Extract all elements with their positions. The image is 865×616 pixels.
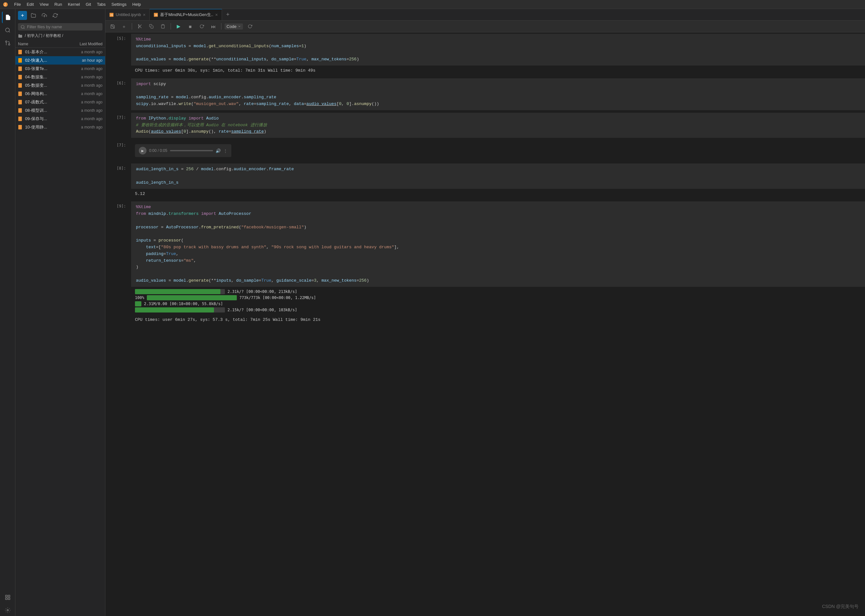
cell-7-output: [7]: ▶ 0:00 / 0:05 🔊 ⋮ <box>105 139 865 162</box>
audio-player[interactable]: ▶ 0:00 / 0:05 🔊 ⋮ <box>135 144 231 157</box>
menu-run[interactable]: Run <box>52 1 64 7</box>
svg-point-11 <box>7 610 8 611</box>
list-item[interactable]: 07-函数式... a month ago <box>16 98 105 106</box>
cell-9-body[interactable]: %%time from mindnlp.transformers import … <box>131 201 865 325</box>
list-item[interactable]: 04-数据集... a month ago <box>16 73 105 81</box>
file-icon <box>18 125 23 130</box>
menu-kernel[interactable]: Kernel <box>65 1 83 7</box>
cut-button[interactable] <box>135 22 144 31</box>
tab-musicgen[interactable]: nb 基于MindNLP+MusicGen生.. × <box>150 9 222 20</box>
list-item[interactable]: 06-网络构... a month ago <box>16 90 105 98</box>
progress-bar-4 <box>135 307 225 313</box>
progress-fill-3 <box>135 301 142 306</box>
progress-bar-3 <box>135 301 142 306</box>
progress-text-4: 2.15k/? [00:00<00:00, 103kB/s] <box>228 308 297 312</box>
paste-button[interactable] <box>159 22 167 31</box>
cell-6-body[interactable]: import scipy sampling_rate = model.confi… <box>131 79 865 110</box>
file-date: a month ago <box>81 66 102 71</box>
cell-8-body[interactable]: audio_length_in_s = 256 / model.config.a… <box>131 163 865 199</box>
file-search-input[interactable] <box>27 24 100 29</box>
cell-8-output: 5.12 <box>131 189 865 199</box>
run-button[interactable]: ▶ <box>174 22 183 31</box>
progress-row-2: 100% 773k/773k [00:00<00:00, 1.22MB/s] <box>135 295 861 300</box>
progress-row-3: 2.31M/0.00 [00:18<00:00, 55.8kB/s] <box>135 301 861 306</box>
play-button[interactable]: ▶ <box>139 147 146 154</box>
menu-help[interactable]: Help <box>130 1 144 7</box>
volume-icon[interactable]: 🔊 <box>215 148 221 153</box>
tab-close-untitled[interactable]: × <box>143 12 146 17</box>
new-tab-button[interactable]: + <box>222 9 234 20</box>
refresh-icon[interactable] <box>51 11 60 20</box>
file-name: 02-快速入... <box>25 58 80 63</box>
upload-icon[interactable] <box>40 11 49 20</box>
list-item[interactable]: 05-数据变... a month ago <box>16 81 105 90</box>
tab-close-musicgen[interactable]: × <box>215 12 218 17</box>
cell-type-selector[interactable]: Code <box>225 24 243 30</box>
sidebar-extensions-icon[interactable] <box>2 592 14 603</box>
open-folder-icon[interactable] <box>29 11 38 20</box>
svg-point-31 <box>138 28 139 28</box>
sidebar-git-icon[interactable] <box>2 37 14 49</box>
svg-point-4 <box>8 44 10 45</box>
list-item[interactable]: 01-基本介... a month ago <box>16 48 105 56</box>
progress-text-1: 2.31k/? [00:00<00:00, 213kB/s] <box>228 289 297 294</box>
tab-untitled-label: Untitled.ipynb <box>116 12 141 17</box>
progress-fill-2 <box>147 295 237 300</box>
svg-rect-22 <box>18 91 22 96</box>
menu-edit[interactable]: Edit <box>24 1 36 7</box>
cell-9-number: [9]: <box>105 201 131 325</box>
time-display: 0:00 / 0:05 <box>149 148 167 153</box>
copy-button[interactable] <box>147 22 156 31</box>
sidebar-settings-icon[interactable] <box>2 605 14 616</box>
cell-6-number: [6]: <box>105 79 131 110</box>
sidebar-files-icon[interactable] <box>2 11 14 23</box>
cell-9: [9]: %%time from mindnlp.transformers im… <box>105 200 865 326</box>
cell-6-code[interactable]: import scipy sampling_rate = model.confi… <box>131 79 865 110</box>
menu-view[interactable]: View <box>37 1 51 7</box>
menu-file[interactable]: File <box>11 1 24 7</box>
svg-rect-18 <box>18 58 22 63</box>
svg-rect-36 <box>151 26 153 28</box>
list-item[interactable]: 08-模型训... a month ago <box>16 106 105 115</box>
list-item[interactable]: 02-快速入... an hour ago <box>16 56 105 64</box>
progress-fill-1 <box>135 289 220 294</box>
kernel-status-button[interactable] <box>245 22 255 31</box>
save-button[interactable] <box>108 22 117 31</box>
menu-tabs[interactable]: Tabs <box>94 1 108 7</box>
app-logo: J <box>3 2 8 7</box>
svg-rect-7 <box>5 595 7 597</box>
svg-rect-23 <box>18 100 22 104</box>
fast-forward-button[interactable]: ⏭ <box>209 22 218 31</box>
cell-8-code[interactable]: audio_length_in_s = 256 / model.config.a… <box>131 163 865 189</box>
notebook-toolbar: + ▶ ■ ⏭ Code <box>105 20 865 33</box>
file-date: a month ago <box>81 116 102 121</box>
add-cell-button[interactable]: + <box>120 22 129 31</box>
progress-percent-2: 100% <box>135 295 144 300</box>
menu-settings[interactable]: Settings <box>109 1 129 7</box>
file-search-box[interactable] <box>18 23 102 30</box>
list-item[interactable]: 10-使用静... a month ago <box>16 123 105 131</box>
restart-button[interactable] <box>197 22 206 31</box>
more-options-icon[interactable]: ⋮ <box>223 148 228 153</box>
list-item[interactable]: 09-保存与... a month ago <box>16 115 105 123</box>
sidebar-search-icon[interactable] <box>2 24 14 36</box>
audio-progress-track[interactable] <box>170 150 213 151</box>
cell-7-body[interactable]: from IPython.display import Audio # 要收听生… <box>131 113 865 138</box>
file-icon <box>18 83 23 88</box>
list-item[interactable]: 03-张量Te... a month ago <box>16 64 105 73</box>
cell-5-code[interactable]: %%time unconditional_inputs = model.get_… <box>131 34 865 66</box>
new-file-button[interactable] <box>18 11 27 20</box>
notebook-icon: nb <box>109 13 114 17</box>
svg-point-32 <box>138 24 139 25</box>
toolbar-separator-3 <box>221 23 222 30</box>
svg-point-5 <box>5 41 7 42</box>
svg-rect-10 <box>8 598 9 600</box>
cell-9-code[interactable]: %%time from mindnlp.transformers import … <box>131 201 865 287</box>
cell-5-body[interactable]: %%time unconditional_inputs = model.get_… <box>131 34 865 76</box>
stop-button[interactable]: ■ <box>186 22 195 31</box>
cell-7-code[interactable]: from IPython.display import Audio # 要收听生… <box>131 113 865 138</box>
file-list: 01-基本介... a month ago 02-快速入... an hour … <box>16 48 105 616</box>
menu-git[interactable]: Git <box>83 1 94 7</box>
tab-untitled[interactable]: nb Untitled.ipynb × <box>105 9 150 20</box>
cell-5-number: [5]: <box>105 34 131 76</box>
